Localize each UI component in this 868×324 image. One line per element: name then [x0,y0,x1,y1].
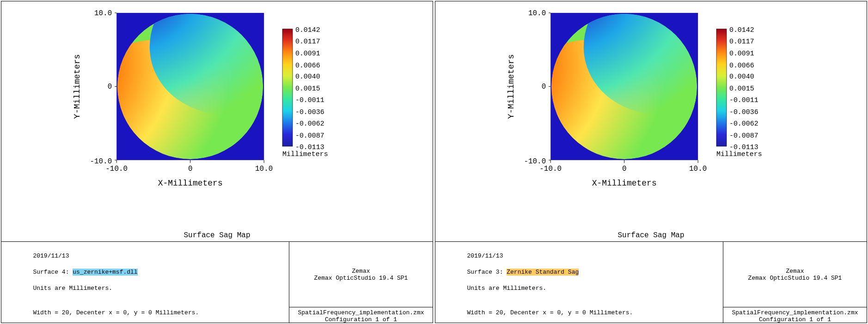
page: 10.0 0 -10.0 -10.0 0 10.0 Y-Millimeters [0,0,868,324]
plot-title-left: Surface Sag Map [1,231,433,241]
info-units: Units are Millimeters. [467,285,546,292]
ytick-mid: 0 [108,83,112,91]
cb-val-5: 0.0015 [295,85,320,92]
info-left: 2019/11/13 Surface 4: us_zernike+msf.dll… [1,242,289,323]
info-right: Zemax Zemax OpticStudio 19.4 SP1 Spatial… [289,242,433,323]
info-date: 2019/11/13 [33,252,69,259]
xtick-mid: 0 [188,165,193,173]
plot-panel-left: 10.0 0 -10.0 -10.0 0 10.0 Y-Millimeters [1,1,433,323]
xtick-neg: -10.0 [539,165,562,173]
file-name: SpatialFrequency_implementation.zmx [298,309,424,316]
info-table-left: 2019/11/13 Surface 4: us_zernike+msf.dll… [1,241,433,323]
plot-right: 10.0 0 -10.0 -10.0 0 10.0 Y-Millimeters … [435,1,867,231]
ytick-mid: 0 [542,83,546,91]
cb-val-2: 0.0091 [295,50,320,57]
ytick-pos: 10.0 [528,9,546,18]
cb-val-8: -0.0062 [295,120,324,127]
info-left: 2019/11/13 Surface 3: Zernike Standard S… [435,242,723,323]
cb-val-7: -0.0036 [295,108,324,116]
cb-val-4: 0.0040 [729,73,754,80]
y-axis-label: Y-Millimeters [507,54,516,119]
info-surface-name: Zernike Standard Sag [507,269,579,276]
ytick-pos: 10.0 [94,9,112,18]
plot-title-right: Surface Sag Map [435,231,867,241]
y-axis-label: Y-Millimeters [73,54,82,119]
info-app: Zemax Zemax OpticStudio 19.4 SP1 [289,242,433,306]
cb-val-2: 0.0091 [729,50,754,57]
cb-val-8: -0.0062 [729,120,758,127]
cb-val-7: -0.0036 [729,108,758,116]
cb-val-4: 0.0040 [295,73,320,80]
cb-val-3: 0.0066 [729,62,754,69]
cb-val-9: -0.0087 [295,132,324,139]
cb-val-6: -0.0011 [295,96,324,104]
file-name: SpatialFrequency_implementation.zmx [732,309,858,316]
info-right: Zemax Zemax OpticStudio 19.4 SP1 Spatial… [723,242,867,323]
info-app: Zemax Zemax OpticStudio 19.4 SP1 [723,242,867,306]
xtick-pos: 10.0 [255,165,273,173]
cb-val-6: -0.0011 [729,96,758,104]
config: Configuration 1 of 1 [325,316,397,323]
info-width: Width = 20, Decenter x = 0, y = 0 Millim… [33,309,199,316]
xtick-mid: 0 [622,165,627,173]
colorbar [716,29,727,146]
app-version: Zemax OpticStudio 19.4 SP1 [314,275,408,282]
cb-val-0: 0.0142 [295,26,320,34]
info-surface-prefix: Surface 3: [467,269,507,276]
cb-val-3: 0.0066 [295,62,320,69]
info-surface-prefix: Surface 4: [33,269,73,276]
x-axis-label: X-Millimeters [592,179,657,188]
xtick-pos: 10.0 [689,165,707,173]
app-name: Zemax [352,268,370,275]
info-file: SpatialFrequency_implementation.zmx Conf… [723,307,867,323]
colorbar [282,29,293,146]
app-version: Zemax OpticStudio 19.4 SP1 [748,275,842,282]
info-width: Width = 20, Decenter x = 0, y = 0 Millim… [467,309,633,316]
info-file: SpatialFrequency_implementation.zmx Conf… [289,307,433,323]
info-table-right: 2019/11/13 Surface 3: Zernike Standard S… [435,241,867,323]
cb-val-1: 0.0117 [295,38,320,45]
cb-val-0: 0.0142 [729,26,754,34]
x-axis-label: X-Millimeters [158,179,223,188]
info-units: Units are Millimeters. [33,285,112,292]
cb-val-1: 0.0117 [729,38,754,45]
config: Configuration 1 of 1 [759,316,831,323]
plot-left: 10.0 0 -10.0 -10.0 0 10.0 Y-Millimeters [1,1,433,231]
cb-val-10: -0.0113 [295,144,324,151]
xtick-neg: -10.0 [105,165,128,173]
cb-val-5: 0.0015 [729,85,754,92]
app-name: Zemax [786,268,804,275]
cb-val-10: -0.0113 [729,144,758,151]
colorbar-unit: Millimeters [716,150,762,158]
info-surface-name: us_zernike+msf.dll [73,269,137,276]
cb-val-9: -0.0087 [729,132,758,139]
plot-panel-right: 10.0 0 -10.0 -10.0 0 10.0 Y-Millimeters … [435,1,867,323]
info-date: 2019/11/13 [467,252,503,259]
colorbar-unit: Millimeters [282,150,328,158]
